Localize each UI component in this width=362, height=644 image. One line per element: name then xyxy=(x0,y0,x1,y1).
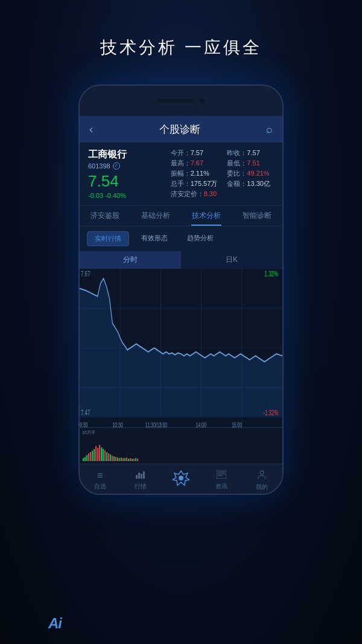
stock-price: 7.54 xyxy=(88,172,127,191)
svg-text:15:00: 15:00 xyxy=(232,421,242,427)
svg-point-61 xyxy=(260,471,264,474)
svg-rect-37 xyxy=(115,457,116,461)
nav-market[interactable]: 行情 xyxy=(120,470,160,491)
svg-rect-42 xyxy=(124,458,125,461)
tab-technical[interactable]: 技术分析 xyxy=(181,206,232,226)
stat-weiBi: 委比：49.21% xyxy=(227,169,274,178)
back-button[interactable]: ‹ xyxy=(89,123,93,136)
stock-name: 工商银行 xyxy=(88,148,127,161)
profile-icon xyxy=(257,470,267,482)
svg-text:7.47: 7.47 xyxy=(81,408,90,417)
ai-label: Ai xyxy=(48,615,62,632)
nav-title: 个股诊断 xyxy=(159,123,200,136)
page-header: 技术分析 一应俱全 xyxy=(0,36,362,59)
stat-high: 最高：7.67 xyxy=(171,159,218,168)
svg-rect-34 xyxy=(110,454,111,461)
chart-area: 7.67 7.47 1.32% -1.32% 9:30 10:30 11:30/… xyxy=(80,269,282,427)
svg-rect-20 xyxy=(84,457,86,461)
stock-stats: 今开：7.57 昨收：7.57 最高：7.67 最低：7.51 振幅：2.11%… xyxy=(171,148,274,199)
svg-rect-31 xyxy=(104,450,106,461)
stock-left: 工商银行 601398 ✓ 7.54 -0.03 -0.40% xyxy=(88,148,127,199)
chart-tabs: 分时 日K xyxy=(80,251,282,269)
volume-area: 10万手 xyxy=(80,427,282,464)
subtab-trend[interactable]: 趋势分析 xyxy=(180,231,221,246)
chart-tab-daily[interactable]: 日K xyxy=(181,251,282,269)
svg-rect-24 xyxy=(92,451,93,461)
subtab-pattern[interactable]: 有效形态 xyxy=(134,231,175,246)
svg-text:10万手: 10万手 xyxy=(82,430,95,435)
svg-text:10:30: 10:30 xyxy=(112,421,122,427)
svg-rect-39 xyxy=(119,458,120,461)
svg-rect-30 xyxy=(103,449,104,461)
search-button[interactable]: ⌕ xyxy=(266,123,273,136)
center-icon xyxy=(173,470,189,490)
svg-rect-32 xyxy=(106,452,107,461)
volume-chart: 10万手 xyxy=(80,428,282,464)
svg-rect-52 xyxy=(138,473,140,479)
analysis-tabs: 济安鉴股 基础分析 技术分析 智能诊断 xyxy=(80,206,282,226)
stock-change: -0.03 -0.40% xyxy=(88,192,127,199)
nav-market-label: 行情 xyxy=(135,482,147,491)
nav-news-label: 资讯 xyxy=(215,482,227,491)
phone-speaker xyxy=(157,99,194,103)
svg-rect-54 xyxy=(143,471,145,479)
price-chart: 7.67 7.47 1.32% -1.32% 9:30 10:30 11:30/… xyxy=(80,269,282,427)
svg-text:14:00: 14:00 xyxy=(196,421,206,427)
svg-rect-25 xyxy=(94,449,95,461)
svg-text:7.67: 7.67 xyxy=(81,269,90,278)
svg-rect-29 xyxy=(101,447,102,461)
page-title: 技术分析 一应俱全 xyxy=(0,36,362,59)
svg-rect-21 xyxy=(86,455,87,461)
watchlist-icon: ≡ xyxy=(97,470,103,481)
svg-rect-57 xyxy=(217,470,226,479)
svg-text:-1.32%: -1.32% xyxy=(263,408,278,417)
phone-camera xyxy=(200,98,205,103)
subtab-realtime[interactable]: 实时行情 xyxy=(87,231,129,246)
verified-icon: ✓ xyxy=(113,162,120,170)
news-icon xyxy=(217,470,226,481)
svg-rect-38 xyxy=(117,457,118,461)
svg-rect-44 xyxy=(128,459,129,461)
svg-point-56 xyxy=(179,476,183,480)
svg-rect-35 xyxy=(112,456,113,461)
top-nav: ‹ 个股诊断 ⌕ xyxy=(80,116,282,142)
nav-profile[interactable]: 我的 xyxy=(242,470,282,491)
nav-watchlist[interactable]: ≡ 自选 xyxy=(80,470,120,491)
svg-rect-26 xyxy=(95,446,97,461)
svg-rect-23 xyxy=(90,452,91,461)
phone-frame: ‹ 个股诊断 ⌕ 工商银行 601398 ✓ 7.54 -0.03 -0.40%… xyxy=(78,84,284,495)
svg-rect-46 xyxy=(132,459,133,461)
stat-amplitude: 振幅：2.11% xyxy=(171,169,218,178)
stat-low: 最低：7.51 xyxy=(227,159,274,168)
svg-rect-45 xyxy=(130,458,131,461)
tab-smart[interactable]: 智能诊断 xyxy=(232,206,282,226)
app-screen: ‹ 个股诊断 ⌕ 工商银行 601398 ✓ 7.54 -0.03 -0.40%… xyxy=(80,116,282,495)
svg-rect-19 xyxy=(83,458,84,461)
svg-text:1.32%: 1.32% xyxy=(264,269,278,278)
nav-watchlist-label: 自选 xyxy=(94,482,106,491)
sub-tabs: 实时行情 有效形态 趋势分析 xyxy=(80,226,282,251)
stat-open: 今开：7.57 xyxy=(171,148,218,158)
svg-rect-48 xyxy=(135,458,136,461)
svg-rect-27 xyxy=(97,448,98,461)
stat-amount: 金额：13.30亿 xyxy=(227,179,274,188)
svg-rect-51 xyxy=(136,475,138,479)
svg-text:9:30: 9:30 xyxy=(80,421,87,427)
nav-center[interactable] xyxy=(160,470,201,491)
chart-tab-minute[interactable]: 分时 xyxy=(80,251,181,269)
stock-code: 601398 ✓ xyxy=(88,162,127,170)
stock-info-section: 工商银行 601398 ✓ 7.54 -0.03 -0.40% 今开：7.57 … xyxy=(80,142,282,206)
svg-rect-43 xyxy=(126,457,127,461)
svg-rect-49 xyxy=(137,459,138,461)
stat-total-hand: 总手：175.57万 xyxy=(171,179,218,188)
svg-text:11:30/13:00: 11:30/13:00 xyxy=(145,421,168,427)
stat-prev-close: 昨收：7.57 xyxy=(227,148,274,158)
tab-basic[interactable]: 基础分析 xyxy=(130,206,181,226)
nav-news[interactable]: 资讯 xyxy=(202,470,242,491)
tab-jian-gu[interactable]: 济安鉴股 xyxy=(80,206,130,226)
svg-rect-41 xyxy=(122,458,124,461)
stat-jia-price: 济安定价：8.30 xyxy=(171,190,218,199)
svg-rect-33 xyxy=(108,453,109,461)
svg-rect-40 xyxy=(121,457,122,461)
market-icon xyxy=(136,470,145,481)
